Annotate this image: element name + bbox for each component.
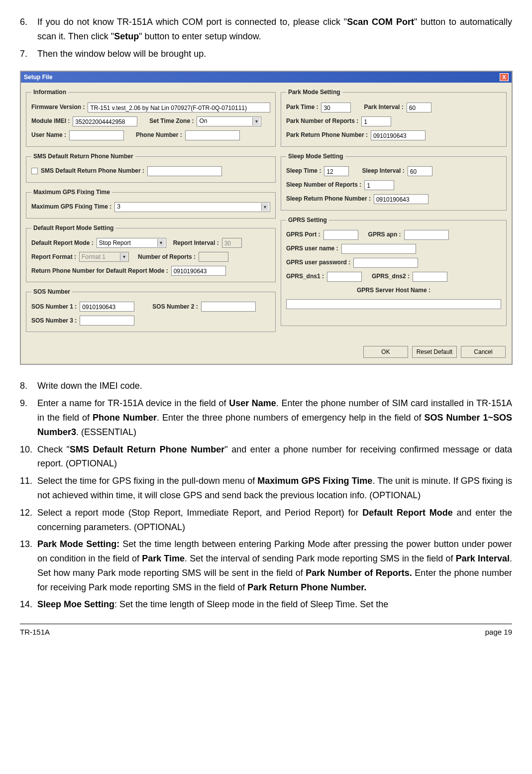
item-number: 6.: [20, 15, 37, 44]
gprs-host-input[interactable]: [286, 299, 501, 309]
close-icon[interactable]: X: [500, 73, 509, 81]
sms-return-checkbox[interactable]: [31, 168, 38, 174]
item-number: 14.: [20, 597, 37, 612]
sms-return-legend: SMS Default Return Phone Number: [31, 152, 135, 161]
information-legend: Information: [31, 88, 68, 97]
gprs-apn-input[interactable]: [404, 230, 449, 240]
username-input[interactable]: [69, 130, 124, 140]
instruction-item: 14.Sleep Moe Setting: Set the time lengt…: [20, 597, 512, 612]
bold-text: User Name: [229, 398, 276, 408]
sleep-legend: Sleep Mode Setting: [286, 152, 345, 161]
report-format-label: Report Format :: [31, 252, 76, 262]
titlebar: Setup File X: [21, 72, 512, 83]
instructions-bottom: 8.Write down the IMEI code.9.Enter a nam…: [20, 379, 512, 612]
bold-text: Park Number of Reports.: [306, 568, 412, 578]
bold-text: Park Time: [142, 553, 185, 563]
return-phone-input[interactable]: 0910190643: [171, 266, 226, 276]
gprs-pass-label: GPRS user password :: [286, 258, 350, 267]
gprs-host-label: GPRS Server Host Name :: [357, 286, 430, 295]
sleep-reports-input[interactable]: 1: [364, 180, 394, 190]
instruction-item: 11.Select the time for GPS fixing in the…: [20, 474, 512, 503]
sleep-time-input[interactable]: 12: [324, 166, 349, 176]
sms-return-group: SMS Default Return Phone Number SMS Defa…: [26, 152, 276, 183]
park-interval-input[interactable]: 60: [407, 103, 431, 112]
park-reports-label: Park Number of Reports :: [286, 116, 358, 126]
sleep-return-label: Sleep Return Phone Number :: [286, 194, 371, 204]
report-interval-input[interactable]: 30: [222, 238, 242, 248]
dialog-button-row: OK Reset Default Cancel: [21, 342, 512, 364]
bold-text: Park Mode Setting:: [37, 539, 119, 549]
imei-input[interactable]: 352022004442958: [73, 116, 137, 126]
ok-button[interactable]: OK: [363, 346, 408, 358]
footer-right: page 19: [485, 626, 512, 638]
sleep-interval-label: Sleep Interval :: [362, 166, 404, 176]
gprs-legend: GPRS Setting: [286, 216, 329, 225]
gprs-port-input[interactable]: [323, 230, 358, 240]
park-return-label: Park Return Phone Number :: [286, 130, 368, 140]
item-number: 11.: [20, 474, 37, 503]
gps-fix-select[interactable]: 3: [114, 202, 270, 212]
park-reports-input[interactable]: 1: [361, 116, 391, 126]
gps-fix-label: Maximum GPS Fixing Time :: [31, 202, 111, 212]
gps-fix-group: Maximum GPS Fixing Time Maximum GPS Fixi…: [26, 188, 276, 219]
gprs-group: GPRS Setting GPRS Port : GPRS apn : GPRS…: [281, 216, 507, 326]
item-text: Write down the IMEI code.: [37, 379, 512, 393]
park-return-input[interactable]: 0910190643: [371, 130, 426, 140]
sos2-input[interactable]: [201, 302, 256, 312]
firmware-input[interactable]: TR-151 v.test_2.06 by Nat Lin 070927(F-0…: [88, 103, 270, 112]
sleep-time-label: Sleep Time :: [286, 166, 321, 176]
park-interval-label: Park Interval :: [364, 103, 403, 112]
timezone-select[interactable]: On: [197, 116, 261, 126]
sos3-input[interactable]: [80, 316, 134, 326]
instruction-item: 7.Then the window below will be brought …: [20, 47, 512, 61]
sos1-input[interactable]: 0910190643: [80, 302, 134, 312]
report-mode-select[interactable]: Stop Report: [97, 238, 166, 248]
phonenumber-input[interactable]: [185, 130, 240, 140]
page-footer: TR-151A page 19: [20, 624, 512, 638]
bold-text: Default Report Mode: [362, 508, 452, 518]
item-text: Check "SMS Default Return Phone Number" …: [37, 442, 512, 471]
sms-return-input[interactable]: [147, 166, 222, 176]
instruction-item: 9.Enter a name for TR-151A device in the…: [20, 396, 512, 439]
gprs-user-label: GPRS user name :: [286, 244, 338, 253]
sos-legend: SOS Number: [31, 287, 72, 297]
setup-window: Setup File X Information Firmware Versio…: [20, 71, 513, 365]
reset-default-button[interactable]: Reset Default: [412, 346, 457, 358]
num-reports-label: Number of Reports :: [138, 252, 196, 262]
bold-text: Phone Number: [93, 413, 157, 423]
gprs-pass-input[interactable]: [353, 258, 418, 268]
gps-fix-legend: Maximum GPS Fixing Time: [31, 188, 112, 197]
item-number: 7.: [20, 47, 37, 61]
gprs-user-input[interactable]: [341, 244, 416, 254]
park-time-input[interactable]: 30: [321, 103, 351, 112]
park-group: Park Mode Setting Park Time : 30 Park In…: [281, 88, 507, 146]
bold-text: SMS Default Return Phone Number: [70, 444, 224, 454]
instruction-item: 12.Select a report mode (Stop Report, Im…: [20, 506, 512, 535]
item-text: Enter a name for TR-151A device in the f…: [37, 396, 512, 439]
sos3-label: SOS Number 3 :: [31, 316, 77, 326]
bold-text: Park Interval: [456, 553, 510, 563]
sleep-interval-input[interactable]: 60: [408, 166, 432, 176]
firmware-label: Firmware Version :: [31, 103, 85, 112]
sos2-label: SOS Number 2 :: [152, 302, 198, 312]
cancel-button[interactable]: Cancel: [461, 346, 506, 358]
sleep-group: Sleep Mode Setting Sleep Time : 12 Sleep…: [281, 152, 507, 211]
instructions-top: 6.If you do not know TR-151A which COM p…: [20, 15, 512, 61]
item-number: 10.: [20, 442, 37, 471]
item-text: Select a report mode (Stop Report, Immed…: [37, 506, 512, 535]
num-reports-input[interactable]: [199, 252, 228, 262]
bold-text: Maximum GPS Fixing Time: [257, 476, 372, 486]
gprs-dns1-input[interactable]: [327, 272, 362, 282]
timezone-label: Set Time Zone :: [149, 116, 194, 126]
sos1-label: SOS Number 1 :: [31, 302, 77, 312]
report-format-select[interactable]: Format 1: [79, 252, 129, 262]
report-mode-legend: Default Report Mode Setting: [31, 223, 115, 233]
item-text: Sleep Moe Setting: Set the time length o…: [37, 597, 512, 612]
sleep-return-input[interactable]: 0910190643: [374, 194, 428, 204]
bold-text: Scan COM Port: [347, 17, 414, 27]
gprs-apn-label: GPRS apn :: [368, 230, 401, 239]
gprs-dns2-label: GPRS_dns2 :: [372, 272, 410, 281]
report-mode-label: Default Report Mode :: [31, 238, 94, 248]
gprs-dns2-input[interactable]: [413, 272, 447, 282]
footer-left: TR-151A: [20, 626, 50, 638]
